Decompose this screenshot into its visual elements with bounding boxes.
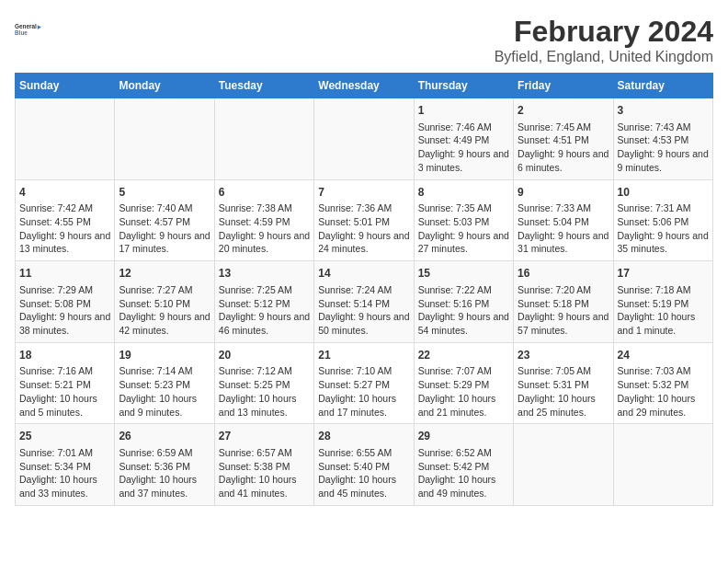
svg-marker-2 <box>38 25 41 29</box>
day-number: 7 <box>318 185 409 201</box>
calendar-cell: 24Sunrise: 7:03 AM Sunset: 5:32 PM Dayli… <box>613 342 712 424</box>
day-number: 13 <box>219 266 310 282</box>
calendar-cell: 6Sunrise: 7:38 AM Sunset: 4:59 PM Daylig… <box>214 179 313 261</box>
header-thursday: Thursday <box>414 74 513 98</box>
calendar-cell: 15Sunrise: 7:22 AM Sunset: 5:16 PM Dayli… <box>414 261 513 343</box>
day-number: 19 <box>119 348 210 363</box>
day-number: 11 <box>19 266 110 282</box>
svg-text:General: General <box>15 23 37 29</box>
cell-content: Sunrise: 6:59 AM Sunset: 5:36 PM Dayligh… <box>119 446 210 500</box>
header: GeneralBlue February 2024 Byfield, Engla… <box>15 15 713 65</box>
calendar-cell: 13Sunrise: 7:25 AM Sunset: 5:12 PM Dayli… <box>214 261 313 343</box>
cell-content: Sunrise: 7:07 AM Sunset: 5:29 PM Dayligh… <box>418 364 509 419</box>
cell-content: Sunrise: 7:42 AM Sunset: 4:55 PM Dayligh… <box>19 201 110 256</box>
calendar-cell: 3Sunrise: 7:43 AM Sunset: 4:53 PM Daylig… <box>613 98 712 180</box>
cell-content: Sunrise: 7:29 AM Sunset: 5:08 PM Dayligh… <box>19 283 110 338</box>
day-number: 25 <box>19 429 110 444</box>
day-number: 17 <box>618 266 709 282</box>
cell-content: Sunrise: 7:40 AM Sunset: 4:57 PM Dayligh… <box>119 201 210 256</box>
day-number: 23 <box>518 348 609 363</box>
cell-content: Sunrise: 7:31 AM Sunset: 5:06 PM Dayligh… <box>618 201 709 256</box>
header-saturday: Saturday <box>613 74 712 98</box>
cell-content: Sunrise: 7:16 AM Sunset: 5:21 PM Dayligh… <box>19 364 110 419</box>
calendar-cell: 20Sunrise: 7:12 AM Sunset: 5:25 PM Dayli… <box>214 342 313 424</box>
calendar-week-row: 11Sunrise: 7:29 AM Sunset: 5:08 PM Dayli… <box>16 261 713 343</box>
calendar-cell: 14Sunrise: 7:24 AM Sunset: 5:14 PM Dayli… <box>314 261 414 343</box>
cell-content: Sunrise: 7:46 AM Sunset: 4:49 PM Dayligh… <box>418 121 509 175</box>
header-wednesday: Wednesday <box>314 74 414 98</box>
day-number: 22 <box>418 348 509 363</box>
calendar-cell: 9Sunrise: 7:33 AM Sunset: 5:04 PM Daylig… <box>514 179 613 261</box>
calendar-cell: 11Sunrise: 7:29 AM Sunset: 5:08 PM Dayli… <box>16 261 115 343</box>
calendar-cell: 26Sunrise: 6:59 AM Sunset: 5:36 PM Dayli… <box>115 424 214 506</box>
cell-content: Sunrise: 7:24 AM Sunset: 5:14 PM Dayligh… <box>318 283 409 338</box>
day-number: 4 <box>19 185 110 201</box>
calendar-cell <box>16 98 115 180</box>
cell-content: Sunrise: 7:36 AM Sunset: 5:01 PM Dayligh… <box>318 201 409 256</box>
cell-content: Sunrise: 7:05 AM Sunset: 5:31 PM Dayligh… <box>518 364 609 419</box>
calendar-week-row: 18Sunrise: 7:16 AM Sunset: 5:21 PM Dayli… <box>16 342 713 424</box>
day-number: 27 <box>219 429 310 444</box>
header-monday: Monday <box>115 74 214 98</box>
calendar-cell: 4Sunrise: 7:42 AM Sunset: 4:55 PM Daylig… <box>16 179 115 261</box>
svg-text:Blue: Blue <box>15 29 28 36</box>
calendar-cell: 18Sunrise: 7:16 AM Sunset: 5:21 PM Dayli… <box>16 342 115 424</box>
calendar-cell: 5Sunrise: 7:40 AM Sunset: 4:57 PM Daylig… <box>115 179 214 261</box>
calendar-table: SundayMondayTuesdayWednesdayThursdayFrid… <box>15 73 713 506</box>
day-number: 20 <box>219 348 310 363</box>
calendar-cell: 12Sunrise: 7:27 AM Sunset: 5:10 PM Dayli… <box>115 261 214 343</box>
cell-content: Sunrise: 7:43 AM Sunset: 4:53 PM Dayligh… <box>618 121 709 175</box>
cell-content: Sunrise: 7:33 AM Sunset: 5:04 PM Dayligh… <box>518 201 609 256</box>
header-friday: Friday <box>514 74 613 98</box>
cell-content: Sunrise: 7:25 AM Sunset: 5:12 PM Dayligh… <box>219 283 310 338</box>
day-number: 1 <box>418 103 509 119</box>
calendar-cell <box>214 98 313 180</box>
calendar-cell: 2Sunrise: 7:45 AM Sunset: 4:51 PM Daylig… <box>514 98 613 180</box>
cell-content: Sunrise: 7:03 AM Sunset: 5:32 PM Dayligh… <box>618 364 709 419</box>
page-title: February 2024 <box>495 15 713 49</box>
calendar-week-row: 1Sunrise: 7:46 AM Sunset: 4:49 PM Daylig… <box>16 98 713 180</box>
calendar-cell <box>514 424 613 506</box>
cell-content: Sunrise: 7:14 AM Sunset: 5:23 PM Dayligh… <box>119 364 210 419</box>
calendar-cell: 16Sunrise: 7:20 AM Sunset: 5:18 PM Dayli… <box>514 261 613 343</box>
cell-content: Sunrise: 6:57 AM Sunset: 5:38 PM Dayligh… <box>219 446 310 500</box>
calendar-cell: 23Sunrise: 7:05 AM Sunset: 5:31 PM Dayli… <box>514 342 613 424</box>
day-number: 12 <box>119 266 210 282</box>
day-number: 8 <box>418 185 509 201</box>
cell-content: Sunrise: 7:45 AM Sunset: 4:51 PM Dayligh… <box>518 121 609 175</box>
header-sunday: Sunday <box>16 74 115 98</box>
cell-content: Sunrise: 7:01 AM Sunset: 5:34 PM Dayligh… <box>19 446 110 500</box>
calendar-cell: 10Sunrise: 7:31 AM Sunset: 5:06 PM Dayli… <box>613 179 712 261</box>
page-subtitle: Byfield, England, United Kingdom <box>495 49 713 65</box>
day-number: 16 <box>518 266 609 282</box>
cell-content: Sunrise: 7:12 AM Sunset: 5:25 PM Dayligh… <box>219 364 310 419</box>
calendar-cell <box>314 98 414 180</box>
day-number: 9 <box>518 185 609 201</box>
day-number: 21 <box>318 348 409 363</box>
calendar-cell: 29Sunrise: 6:52 AM Sunset: 5:42 PM Dayli… <box>414 424 513 506</box>
day-number: 28 <box>318 429 409 444</box>
calendar-header-row: SundayMondayTuesdayWednesdayThursdayFrid… <box>16 74 713 98</box>
logo: GeneralBlue <box>15 15 44 44</box>
header-tuesday: Tuesday <box>214 74 313 98</box>
cell-content: Sunrise: 7:38 AM Sunset: 4:59 PM Dayligh… <box>219 201 310 256</box>
title-block: February 2024 Byfield, England, United K… <box>495 15 713 65</box>
cell-content: Sunrise: 7:22 AM Sunset: 5:16 PM Dayligh… <box>418 283 509 338</box>
day-number: 15 <box>418 266 509 282</box>
calendar-cell: 27Sunrise: 6:57 AM Sunset: 5:38 PM Dayli… <box>214 424 313 506</box>
calendar-cell: 8Sunrise: 7:35 AM Sunset: 5:03 PM Daylig… <box>414 179 513 261</box>
day-number: 29 <box>418 429 509 444</box>
cell-content: Sunrise: 7:27 AM Sunset: 5:10 PM Dayligh… <box>119 283 210 338</box>
calendar-week-row: 4Sunrise: 7:42 AM Sunset: 4:55 PM Daylig… <box>16 179 713 261</box>
calendar-cell <box>115 98 214 180</box>
calendar-cell: 17Sunrise: 7:18 AM Sunset: 5:19 PM Dayli… <box>613 261 712 343</box>
day-number: 10 <box>618 185 709 201</box>
calendar-cell: 25Sunrise: 7:01 AM Sunset: 5:34 PM Dayli… <box>16 424 115 506</box>
day-number: 26 <box>119 429 210 444</box>
day-number: 24 <box>618 348 709 363</box>
day-number: 14 <box>318 266 409 282</box>
cell-content: Sunrise: 7:10 AM Sunset: 5:27 PM Dayligh… <box>318 364 409 419</box>
calendar-cell: 7Sunrise: 7:36 AM Sunset: 5:01 PM Daylig… <box>314 179 414 261</box>
logo-icon: GeneralBlue <box>15 15 44 44</box>
day-number: 5 <box>119 185 210 201</box>
